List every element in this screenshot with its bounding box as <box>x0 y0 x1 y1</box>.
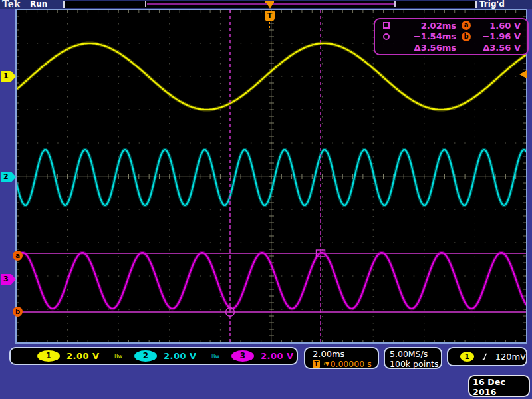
ch1-readout[interactable]: 1 2.00 V Bw <box>37 350 134 362</box>
trigger-source-badge: 1 <box>460 352 474 362</box>
record-length: 100k points <box>390 359 441 369</box>
waveform-canvas <box>17 10 526 342</box>
ch1-position-marker[interactable]: 1 <box>1 71 16 82</box>
cursor-delta-time: Δ3.56ms <box>400 43 456 53</box>
record-bar-right-cap <box>475 1 477 8</box>
trigger-readout-box[interactable]: 1 120mV <box>447 347 527 366</box>
delay-arrow-icon: →▼ <box>321 359 329 369</box>
tek-logo: Tek <box>2 0 20 9</box>
ch3-badge: 3 <box>231 350 254 362</box>
channel-scales-box: 1 2.00 V Bw 2 2.00 V Bw 3 2.00 V Bw <box>9 347 298 365</box>
graticule-display <box>15 9 527 344</box>
record-window-right-bracket <box>394 1 396 7</box>
ch3-scale: 2.00 V <box>261 351 301 361</box>
timebase-delay: T →▼ 0.00000 s <box>313 359 378 369</box>
oscilloscope-screen: Tek Run Trig'd T 1 2 3 a b 2.02ms a 1.60… <box>0 0 532 399</box>
cursor-delta-value: Δ3.56 V <box>479 43 521 53</box>
trigger-status: Trig'd <box>479 0 505 9</box>
cursor-b-badge[interactable]: b <box>13 307 23 317</box>
acquisition-box[interactable]: 5.00MS/s 100k points <box>384 347 442 369</box>
ch2-scale: 2.00 V <box>164 351 203 361</box>
cursor-b-icon: b <box>462 32 471 41</box>
trigger-position-tail <box>269 22 270 29</box>
cursor-a-icon: a <box>462 21 471 30</box>
ch1-scale: 2.00 V <box>66 351 106 361</box>
record-bar-left-cap <box>63 1 65 8</box>
cursor-b-value: −1.96 V <box>479 31 521 41</box>
timebase-box[interactable]: 2.00ms T →▼ 0.00000 s <box>304 347 379 369</box>
delay-trigger-icon: T <box>313 360 320 368</box>
trigger-position-t-icon[interactable]: T <box>265 11 275 21</box>
ch2-position-marker[interactable]: 2 <box>1 172 16 182</box>
record-trigger-position-icon <box>265 1 274 9</box>
record-view-bar <box>63 1 477 8</box>
ch1-badge: 1 <box>37 350 60 362</box>
header-bar: Tek Run Trig'd <box>0 0 532 9</box>
cursor-1-time: −1.54ms <box>400 31 456 41</box>
ch3-position-marker[interactable]: 3 <box>1 274 16 285</box>
cursor-a-value: 1.60 V <box>479 21 521 31</box>
date-label: 16 Dec 2016 <box>473 377 529 397</box>
cursor-a-badge[interactable]: a <box>13 251 23 261</box>
trigger-level: 120mV <box>495 352 526 362</box>
cursor-2-time: 2.02ms <box>400 21 456 31</box>
ch2-readout[interactable]: 2 2.00 V Bw <box>134 350 231 362</box>
cursor-readout-box: 2.02ms a 1.60 V −1.54ms b −1.96 V Δ3.56m… <box>374 18 529 55</box>
datetime-box: 16 Dec 2016 16:14:13 <box>468 375 530 397</box>
sample-rate: 5.00MS/s <box>390 349 441 359</box>
rising-edge-icon <box>482 352 488 361</box>
delay-value: 0.00000 s <box>330 359 371 369</box>
cursor-1-circle-icon <box>383 33 390 40</box>
acquisition-status: Run <box>30 0 47 9</box>
cursor-2-square-icon <box>383 22 390 29</box>
record-window-left-bracket <box>145 1 146 7</box>
ch2-badge: 2 <box>134 350 157 362</box>
timebase-scale: 2.00ms <box>313 349 378 359</box>
ch1-bandwidth-icon: Bw <box>114 354 122 360</box>
ch2-bandwidth-icon: Bw <box>211 354 219 360</box>
